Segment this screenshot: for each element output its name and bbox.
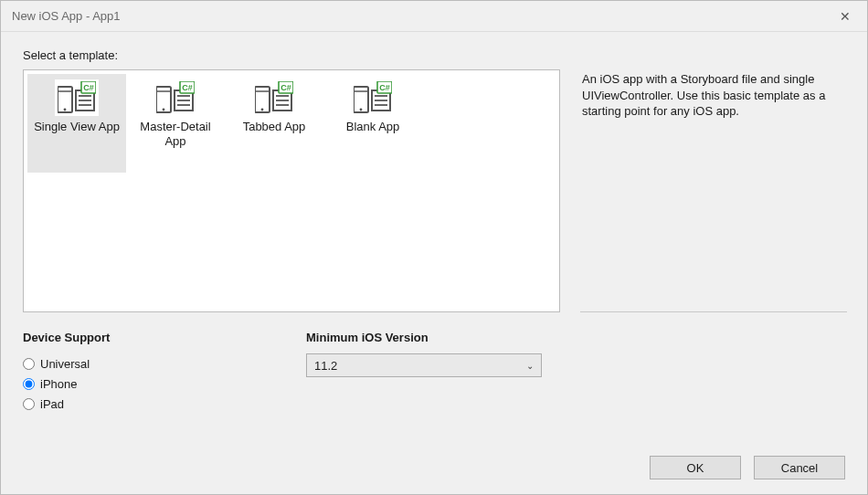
device-support-group: Device Support UniversaliPhoneiPad (23, 331, 306, 414)
device-radio-ipad[interactable]: iPad (23, 394, 306, 414)
min-ios-value: 11.2 (314, 359, 337, 373)
dialog-window: New iOS App - App1 ✕ Select a template: … (0, 0, 868, 495)
description-separator (580, 311, 847, 312)
ok-button[interactable]: OK (650, 456, 741, 479)
content-area: Select a template: C#Single View AppC#Ma… (1, 32, 867, 456)
svg-text:C#: C# (379, 83, 390, 92)
min-ios-heading: Minimum iOS Version (306, 331, 562, 344)
cancel-label: Cancel (781, 461, 818, 475)
svg-text:C#: C# (182, 83, 193, 92)
window-title: New iOS App - App1 (12, 9, 121, 23)
device-radio-label: Universal (40, 357, 90, 371)
device-radio-input-iphone[interactable] (23, 378, 35, 390)
template-item-blank-app[interactable]: C#Blank App (323, 74, 422, 173)
min-ios-dropdown[interactable]: 11.2 ⌄ (306, 353, 542, 377)
template-item-master-detail-app[interactable]: C#Master-Detail App (126, 74, 225, 173)
cancel-button[interactable]: Cancel (754, 456, 845, 479)
template-label: Blank App (346, 120, 400, 134)
dialog-footer: OK Cancel (1, 456, 867, 494)
template-label: Single View App (34, 120, 120, 134)
svg-point-2 (64, 109, 67, 111)
template-label: Tabbed App (243, 120, 306, 134)
svg-text:C#: C# (281, 83, 291, 92)
description-text: An iOS app with a Storyboard file and si… (582, 72, 825, 118)
close-icon[interactable]: ✕ (834, 9, 856, 24)
svg-point-20 (261, 109, 264, 111)
device-support-heading: Device Support (23, 331, 306, 344)
svg-point-29 (360, 109, 363, 111)
csharp-template-icon: C# (153, 79, 197, 116)
template-label: Master-Detail App (130, 120, 221, 150)
chevron-down-icon: ⌄ (526, 361, 534, 371)
svg-point-11 (163, 109, 165, 111)
device-radio-universal[interactable]: Universal (23, 353, 306, 374)
options-row: Device Support UniversaliPhoneiPad Minim… (23, 331, 845, 414)
middle-row: C#Single View AppC#Master-Detail AppC#Ta… (23, 69, 845, 312)
prompt-label: Select a template: (23, 48, 845, 62)
description-panel: An iOS app with a Storyboard file and si… (580, 69, 845, 312)
template-item-single-view-app[interactable]: C#Single View App (27, 74, 126, 173)
template-list[interactable]: C#Single View AppC#Master-Detail AppC#Ta… (23, 69, 560, 312)
template-item-tabbed-app[interactable]: C#Tabbed App (225, 74, 323, 173)
device-radio-iphone[interactable]: iPhone (23, 374, 306, 394)
svg-text:C#: C# (83, 83, 94, 92)
csharp-template-icon: C# (55, 79, 99, 116)
device-radio-input-ipad[interactable] (23, 398, 35, 410)
min-ios-group: Minimum iOS Version 11.2 ⌄ (306, 331, 562, 414)
titlebar: New iOS App - App1 ✕ (1, 1, 867, 32)
ok-label: OK (687, 461, 704, 475)
device-radio-label: iPhone (40, 377, 77, 391)
csharp-template-icon: C# (252, 79, 296, 116)
device-radio-input-universal[interactable] (23, 358, 35, 370)
device-radio-label: iPad (40, 397, 64, 411)
csharp-template-icon: C# (351, 79, 395, 116)
